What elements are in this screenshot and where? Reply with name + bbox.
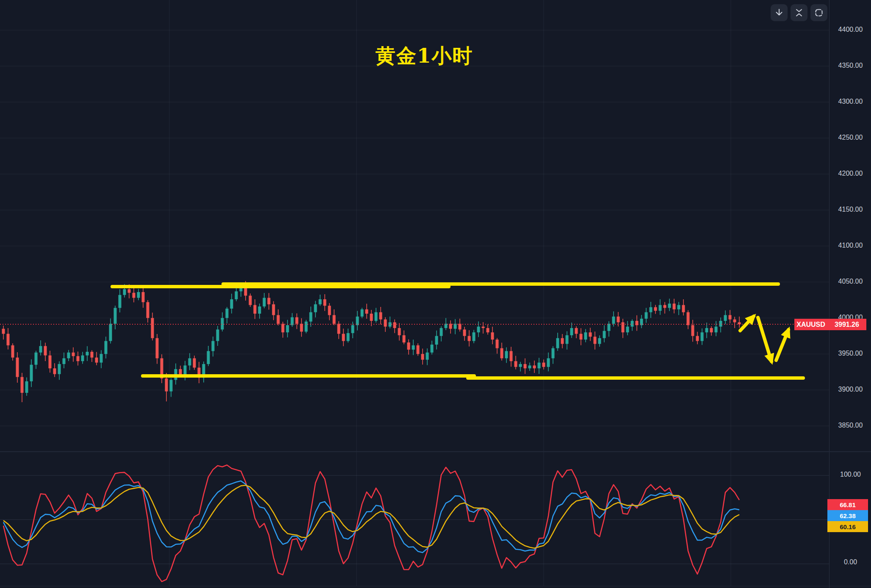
candle-body[interactable] <box>254 305 257 314</box>
candle-body[interactable] <box>100 354 103 362</box>
pane-separator[interactable] <box>0 451 871 452</box>
candle-body[interactable] <box>58 364 61 374</box>
maximize-pane-button[interactable] <box>810 4 827 21</box>
candle-body[interactable] <box>81 356 84 362</box>
candle-body[interactable] <box>319 299 322 304</box>
chart-canvas[interactable] <box>0 0 871 588</box>
candle-body[interactable] <box>724 315 727 321</box>
candle-body[interactable] <box>575 328 578 334</box>
candle-body[interactable] <box>705 328 708 332</box>
candle-body[interactable] <box>659 305 662 311</box>
candle-body[interactable] <box>682 305 685 312</box>
candle-body[interactable] <box>11 345 14 358</box>
candle-body[interactable] <box>729 315 732 319</box>
candle-body[interactable] <box>622 322 625 332</box>
candle-body[interactable] <box>314 304 317 312</box>
arrow-down-button[interactable] <box>771 4 788 21</box>
candle-body[interactable] <box>184 365 187 375</box>
candle-body[interactable] <box>53 368 56 374</box>
candle-body[interactable] <box>463 329 466 336</box>
oscillator-indicator[interactable] <box>3 465 739 582</box>
candle-body[interactable] <box>226 309 229 318</box>
candle-body[interactable] <box>403 335 406 342</box>
candle-body[interactable] <box>207 351 210 364</box>
candle-body[interactable] <box>654 307 657 311</box>
candle-body[interactable] <box>44 346 47 355</box>
candle-body[interactable] <box>324 299 326 306</box>
candle-body[interactable] <box>179 369 182 375</box>
candle-body[interactable] <box>119 295 122 308</box>
candle-body[interactable] <box>608 324 611 331</box>
symbol-price-line-label[interactable]: XAUUSD <box>794 319 827 330</box>
candle-body[interactable] <box>128 289 131 293</box>
candle-body[interactable] <box>188 358 191 365</box>
candle-body[interactable] <box>612 317 615 324</box>
candle-body[interactable] <box>431 345 434 353</box>
candle-body[interactable] <box>482 327 485 328</box>
candle-body[interactable] <box>272 304 275 315</box>
candle-body[interactable] <box>375 312 378 321</box>
candle-body[interactable] <box>561 338 564 344</box>
candle-body[interactable] <box>328 306 331 315</box>
candle-body[interactable] <box>296 317 299 323</box>
candle-body[interactable] <box>393 322 396 328</box>
candle-body[interactable] <box>95 358 98 363</box>
candle-body[interactable] <box>519 364 522 367</box>
candle-body[interactable] <box>687 312 690 326</box>
candle-body[interactable] <box>109 324 112 341</box>
candle-body[interactable] <box>603 331 606 338</box>
candle-body[interactable] <box>594 337 597 344</box>
candle-body[interactable] <box>16 358 19 377</box>
candle-body[interactable] <box>63 358 66 364</box>
candle-body[interactable] <box>468 336 471 341</box>
candle-body[interactable] <box>361 309 364 317</box>
candle-body[interactable] <box>496 340 499 348</box>
candle-body[interactable] <box>156 338 159 359</box>
candle-body[interactable] <box>542 363 545 367</box>
candle-body[interactable] <box>86 352 89 356</box>
candle-body[interactable] <box>221 318 224 329</box>
candle-body[interactable] <box>67 353 70 359</box>
candle-body[interactable] <box>123 289 126 295</box>
candle-body[interactable] <box>584 332 587 340</box>
candle-body[interactable] <box>258 306 261 314</box>
candle-body[interactable] <box>193 358 196 367</box>
candle-body[interactable] <box>235 291 238 299</box>
candle-body[interactable] <box>91 352 94 358</box>
candle-body[interactable] <box>440 328 443 336</box>
candle-body[interactable] <box>310 312 312 322</box>
candle-body[interactable] <box>710 328 713 332</box>
candle-body[interactable] <box>49 356 52 369</box>
candle-body[interactable] <box>268 298 271 304</box>
candle-body[interactable] <box>664 305 666 308</box>
candle-body[interactable] <box>566 335 569 344</box>
candle-body[interactable] <box>715 327 718 333</box>
candle-body[interactable] <box>691 325 694 336</box>
candle-body[interactable] <box>552 348 555 359</box>
candle-body[interactable] <box>547 358 550 367</box>
candle-body[interactable] <box>39 346 42 352</box>
candle-body[interactable] <box>556 338 559 348</box>
candle-body[interactable] <box>421 354 424 360</box>
candle-body[interactable] <box>417 345 420 354</box>
candle-body[interactable] <box>533 365 536 368</box>
candle-body[interactable] <box>151 318 154 338</box>
candle-body[interactable] <box>487 328 489 332</box>
candle-body[interactable] <box>249 295 252 305</box>
candle-body[interactable] <box>524 364 527 368</box>
candle-body[interactable] <box>719 321 722 327</box>
candle-body[interactable] <box>351 325 354 333</box>
candle-body[interactable] <box>645 312 648 319</box>
candle-body[interactable] <box>733 320 736 323</box>
candle-body[interactable] <box>435 336 438 345</box>
candle-body[interactable] <box>2 329 5 334</box>
candle-body[interactable] <box>230 299 233 309</box>
candle-body[interactable] <box>505 351 508 358</box>
candle-body[interactable] <box>147 302 149 318</box>
candle-body[interactable] <box>337 324 340 334</box>
candle-body[interactable] <box>491 332 494 340</box>
candle-body[interactable] <box>407 342 410 350</box>
candle-body[interactable] <box>701 332 704 341</box>
candle-body[interactable] <box>510 351 513 361</box>
candlestick-series[interactable] <box>2 281 741 402</box>
